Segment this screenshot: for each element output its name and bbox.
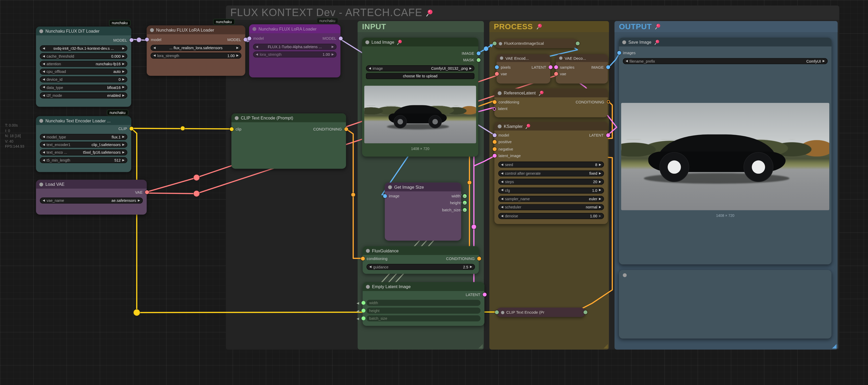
widget-next-arrow[interactable]: ▶	[122, 62, 125, 65]
widget-next-arrow[interactable]: ▶	[469, 67, 472, 70]
widget-next-arrow[interactable]: ▶	[599, 197, 601, 200]
widget-next-arrow[interactable]: ▶	[332, 45, 334, 48]
widget-prev-arrow[interactable]: ◀	[43, 199, 45, 202]
widget-prev-arrow[interactable]: ◀	[369, 265, 372, 268]
widget-seed[interactable]: ◀seed8▶	[498, 162, 604, 168]
collapsed-input-dot[interactable]	[492, 41, 496, 45]
node-fluxkontextimagescale-collapsed[interactable]: FluxKontextImageScal	[494, 39, 577, 48]
widget-steps[interactable]: ◀steps20▶	[498, 179, 604, 185]
node-empty-latent-image[interactable]: Empty Latent Image LATENT ◀width◀height◀…	[363, 282, 485, 326]
widget-choose-file-to-upload[interactable]: choose file to upload	[366, 73, 474, 79]
widget-batch-size[interactable]: ◀batch_size	[367, 315, 480, 321]
widget-sampler-name[interactable]: ◀sampler_nameeuler▶	[498, 196, 604, 202]
port-height[interactable]	[361, 309, 365, 313]
widget-prev-arrow[interactable]: ◀	[43, 86, 45, 89]
node-header[interactable]: VAE Encod...	[497, 54, 550, 62]
port-samples[interactable]	[554, 65, 558, 69]
widget-device-id[interactable]: ◀device_id0▶	[40, 76, 127, 83]
node-vae-decode[interactable]: VAE Deco... samplesIMAGEvae	[556, 54, 608, 84]
widget-next-arrow[interactable]: ▶	[332, 53, 334, 56]
widget-denoise[interactable]: ◀denoise1.00▶	[498, 213, 604, 219]
collapsed-input-dot[interactable]	[495, 310, 499, 314]
widget-prev-arrow[interactable]: ◀	[153, 54, 156, 57]
node-header[interactable]: ReferenceLatent	[494, 89, 608, 97]
port-model[interactable]	[243, 37, 247, 41]
node-ksampler[interactable]: KSampler modelLATENTpositivenegativelate…	[494, 122, 608, 224]
port-vae[interactable]	[145, 190, 149, 194]
node-header[interactable]: Load VAE	[36, 180, 147, 189]
link-reroute-dot[interactable]	[181, 126, 185, 131]
widget-cache-threshold[interactable]: ◀cache_threshold0.000▶	[40, 53, 127, 59]
link-reroute-dot[interactable]	[193, 191, 200, 197]
link-reroute-dot[interactable]	[484, 46, 489, 51]
node-header[interactable]: Load Image	[362, 38, 478, 46]
link-reroute-dot[interactable]	[193, 174, 200, 181]
node-nunchaku-flux-dit-loader[interactable]: Nunchaku FLUX DiT Loader MODEL ◀svdq-int…	[36, 27, 131, 107]
widget-vae-name[interactable]: ◀vae_nameae.safetensors▶	[40, 197, 143, 203]
widget-prev-arrow[interactable]: ◀	[625, 60, 628, 62]
comfyui-canvas[interactable]: FLUX KONTEXT Dev - ARTECH.CAFE INPUT PRO…	[0, 0, 868, 385]
widget-prev-arrow[interactable]: ◀	[43, 47, 45, 50]
widget-prev-arrow[interactable]: ◀	[43, 94, 45, 97]
widget-prev-arrow[interactable]: ◀	[501, 163, 503, 166]
widget-lora-strength[interactable]: ◀lora_strength1.00▶	[151, 52, 241, 58]
node-nunchaku-flux-lora-loader-1[interactable]: Nunchaku FLUX LoRA Loader modelMODEL ◀..…	[147, 26, 245, 76]
widget-prev-arrow[interactable]: ◀	[43, 62, 45, 65]
widget-lora-strength[interactable]: ◀lora_strength1.00▶	[253, 51, 337, 57]
port-conditioning[interactable]	[344, 127, 348, 131]
port-conditioning[interactable]	[492, 100, 496, 104]
node-header[interactable]: Empty Latent Image	[363, 282, 485, 291]
port-conditioning[interactable]	[477, 257, 481, 260]
widget-attention[interactable]: ◀attentionnunchaku-fp16▶	[40, 61, 127, 67]
widget-next-arrow[interactable]: ▶	[122, 55, 125, 58]
widget-height[interactable]: ◀height	[367, 308, 480, 314]
widget-svdq-int4-r32-flux-1-kontext-d[interactable]: ◀svdq-int4_r32-flux.1-kontext-dev.s ...▶	[40, 45, 127, 51]
node-empty-panel[interactable]	[619, 270, 831, 339]
port-latent[interactable]	[483, 292, 487, 296]
widget-prev-arrow[interactable]: ◀	[501, 197, 503, 200]
node-header[interactable]: Nunchaku FLUX LoRA Loader	[147, 26, 245, 34]
port-pixels[interactable]	[495, 65, 499, 69]
link-reroute-dot[interactable]	[133, 309, 140, 316]
widget-filename-prefix[interactable]: ◀filename_prefixComfyUI▶	[623, 58, 828, 64]
collapsed-output-dot[interactable]	[576, 41, 580, 45]
node-header[interactable]: VAE Deco...	[556, 54, 608, 62]
node-header[interactable]: Nunchaku Text Encoder Loader ...	[36, 116, 131, 125]
widget-next-arrow[interactable]: ▶	[122, 135, 125, 138]
widget-prev-arrow[interactable]: ◀	[501, 172, 503, 175]
widget-prev-arrow[interactable]: ◀	[501, 180, 503, 183]
widget-next-arrow[interactable]: ▶	[237, 54, 239, 57]
output-image-preview[interactable]	[621, 103, 829, 210]
widget-cfg[interactable]: ◀cfg1.0▶	[498, 187, 604, 193]
port-width[interactable]	[361, 301, 365, 305]
node-header[interactable]: FluxGuidance	[363, 246, 479, 255]
widget-prev-arrow[interactable]: ◀	[43, 159, 45, 162]
widget-width[interactable]: ◀width	[367, 300, 480, 306]
node-nunchaku-text-encoder-loader[interactable]: Nunchaku Text Encoder Loader ... CLIP ◀m…	[36, 116, 131, 172]
collapsed-output-dot[interactable]	[583, 310, 587, 314]
widget-prev-arrow[interactable]: ◀	[43, 135, 45, 138]
port-latent[interactable]	[606, 133, 610, 137]
widget-t5-min-length[interactable]: ◀t5_min_length512▶	[40, 157, 127, 163]
port-latent[interactable]	[548, 65, 552, 69]
widget-guidance[interactable]: ◀guidance2.5▶	[367, 264, 475, 270]
link-reroute-dot[interactable]	[467, 181, 471, 185]
widget-next-arrow[interactable]: ▶	[599, 189, 601, 192]
widget-next-arrow[interactable]: ▶	[122, 47, 125, 50]
widget-next-arrow[interactable]: ▶	[823, 60, 825, 62]
widget-next-arrow[interactable]: ▶	[122, 94, 125, 97]
port-conditioning[interactable]	[361, 257, 365, 260]
widget-text-enco-[interactable]: ◀text_enco ...t5xxl_fp16.safetensors▶	[40, 150, 127, 156]
node-vae-encode[interactable]: VAE Encod... pixelsLATENTvae	[497, 54, 550, 84]
node-fluxguidance[interactable]: FluxGuidance conditioningCONDITIONING ◀g…	[363, 246, 479, 274]
port-image[interactable]	[476, 51, 480, 55]
widget-next-arrow[interactable]: ▶	[122, 143, 125, 146]
widget-next-arrow[interactable]: ▶	[599, 206, 601, 209]
widget-next-arrow[interactable]: ▶	[599, 215, 601, 217]
widget-next-arrow[interactable]: ▶	[470, 265, 472, 268]
widget--flux-realism-lora-safetensors[interactable]: ◀... flux_realism_lora.safetensors▶	[151, 45, 241, 51]
widget-prev-arrow[interactable]: ◀	[43, 143, 45, 146]
port-conditioning[interactable]	[607, 100, 610, 104]
widget-next-arrow[interactable]: ▶	[599, 172, 601, 175]
widget-prev-arrow[interactable]: ◀	[501, 189, 503, 192]
